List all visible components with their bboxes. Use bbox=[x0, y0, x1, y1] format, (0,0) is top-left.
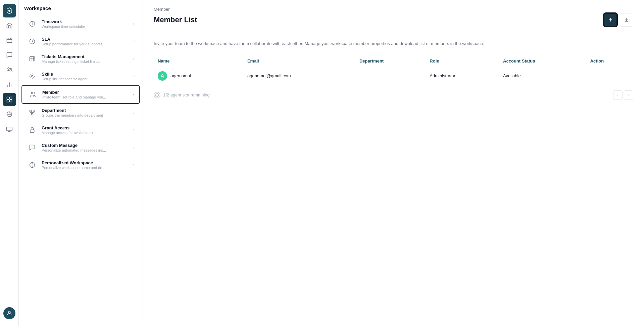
svg-rect-10 bbox=[7, 97, 9, 99]
sla-icon bbox=[27, 36, 38, 47]
custom-message-icon bbox=[27, 142, 38, 153]
agent-slot-text: 1/2 agent slot remaining bbox=[163, 92, 210, 97]
left-sidebar: Workspace Timework Workspace time schedu… bbox=[19, 0, 143, 326]
cell-action: ··· bbox=[586, 67, 633, 85]
cell-name: agen omni bbox=[154, 67, 243, 85]
svg-point-6 bbox=[10, 68, 11, 70]
pagination-area: 1/2 agent slot remaining ‹ › bbox=[154, 85, 633, 105]
sidebar-item-skills[interactable]: Skills Setup skill for specific agent › bbox=[21, 68, 140, 85]
col-department: Department bbox=[355, 55, 426, 67]
cell-department bbox=[355, 67, 426, 85]
cell-email: agenomni@gmail.com bbox=[243, 67, 355, 85]
brand-logo[interactable] bbox=[3, 4, 16, 17]
col-account-status: Account Status bbox=[499, 55, 586, 67]
svg-rect-1 bbox=[7, 38, 12, 42]
icon-nav-bottom bbox=[3, 307, 15, 322]
svg-rect-19 bbox=[30, 56, 35, 61]
personalized-workspace-icon bbox=[27, 160, 38, 170]
nav-avatar-icon[interactable] bbox=[3, 307, 15, 319]
col-role: Role bbox=[426, 55, 499, 67]
svg-rect-23 bbox=[33, 110, 35, 112]
nav-devices-icon[interactable] bbox=[3, 122, 16, 136]
cell-account-status: Available bbox=[499, 67, 586, 85]
custom-message-chevron: › bbox=[133, 145, 135, 150]
nav-chat-icon[interactable] bbox=[3, 48, 16, 62]
svg-point-0 bbox=[8, 10, 10, 12]
tickets-icon bbox=[27, 53, 38, 64]
svg-rect-13 bbox=[9, 100, 12, 102]
grant-access-chevron: › bbox=[133, 128, 135, 132]
grant-access-icon bbox=[27, 125, 38, 135]
add-member-button[interactable]: + bbox=[604, 13, 617, 27]
svg-rect-12 bbox=[7, 100, 9, 102]
col-email: Email bbox=[243, 55, 355, 67]
svg-point-5 bbox=[8, 68, 9, 69]
icon-sidebar bbox=[0, 0, 19, 326]
action-dots-button[interactable]: ··· bbox=[590, 73, 597, 79]
avatar bbox=[158, 71, 167, 81]
personalized-workspace-chevron: › bbox=[133, 163, 135, 167]
sidebar-item-sla[interactable]: SLA Setup performance for your support t… bbox=[21, 33, 140, 50]
member-cell: agen omni bbox=[158, 71, 239, 81]
custom-message-text: Custom Message Personalize automated mes… bbox=[42, 143, 129, 152]
nav-contacts-icon[interactable] bbox=[3, 34, 16, 47]
timework-icon bbox=[27, 18, 38, 29]
member-table: Name Email Department Role Account Statu… bbox=[154, 55, 633, 85]
pagination-controls: ‹ › bbox=[613, 90, 633, 100]
icon-nav-top bbox=[3, 19, 16, 306]
personalized-workspace-text: Personalized Workspace Personalize works… bbox=[42, 160, 129, 170]
nav-global-icon[interactable] bbox=[3, 108, 16, 121]
sidebar-item-timework[interactable]: Timework Workspace time scheduler › bbox=[21, 15, 140, 33]
department-icon bbox=[27, 107, 38, 118]
tickets-text: Tickets Management Manage ticket setting… bbox=[42, 54, 129, 64]
member-text: Member Invite team, set role and manage … bbox=[42, 90, 129, 99]
svg-point-27 bbox=[162, 74, 163, 76]
sidebar-item-department[interactable]: Department Groups the members into depar… bbox=[21, 104, 140, 121]
svg-point-20 bbox=[32, 76, 33, 77]
nav-home-icon[interactable] bbox=[3, 19, 16, 32]
col-name: Name bbox=[154, 55, 243, 67]
sidebar-item-tickets[interactable]: Tickets Management Manage ticket setting… bbox=[21, 50, 140, 68]
svg-rect-11 bbox=[9, 97, 12, 99]
svg-point-21 bbox=[31, 92, 33, 94]
svg-rect-24 bbox=[32, 114, 33, 115]
sidebar-item-personalized-workspace[interactable]: Personalized Workspace Personalize works… bbox=[21, 156, 140, 174]
skills-icon bbox=[27, 71, 38, 82]
member-icon bbox=[28, 89, 38, 100]
content-description: Invite your team to the workspace and ha… bbox=[154, 40, 633, 47]
sidebar-item-custom-message[interactable]: Custom Message Personalize automated mes… bbox=[21, 139, 140, 156]
tickets-chevron: › bbox=[133, 56, 135, 61]
col-action: Action bbox=[586, 55, 633, 67]
breadcrumb: Member bbox=[154, 7, 633, 12]
cell-role: Administrator bbox=[426, 67, 499, 85]
nav-team-icon[interactable] bbox=[3, 63, 16, 77]
skills-text: Skills Setup skill for specific agent bbox=[42, 72, 129, 81]
timework-chevron: › bbox=[133, 22, 135, 26]
next-page-button[interactable]: › bbox=[624, 90, 633, 100]
timework-text: Timework Workspace time scheduler bbox=[42, 19, 129, 29]
nav-workspace-icon[interactable] bbox=[3, 93, 16, 106]
department-chevron: › bbox=[133, 110, 135, 115]
content-area: Invite your team to the workspace and ha… bbox=[143, 32, 644, 326]
sidebar-title: Workspace bbox=[19, 5, 143, 15]
department-text: Department Groups the members into depar… bbox=[42, 108, 129, 117]
page-header: Member Member List + bbox=[143, 0, 644, 32]
prev-page-button[interactable]: ‹ bbox=[613, 90, 623, 100]
agent-slot-info: 1/2 agent slot remaining bbox=[154, 92, 210, 98]
nav-reports-icon[interactable] bbox=[3, 78, 16, 91]
agent-slot-circle bbox=[154, 92, 160, 98]
table-actions: + bbox=[604, 13, 633, 32]
sidebar-item-grant-access[interactable]: Grant Access Manage access for available… bbox=[21, 121, 140, 139]
download-button[interactable] bbox=[620, 13, 633, 27]
skills-chevron: › bbox=[133, 74, 135, 79]
table-row: agen omni agenomni@gmail.com Administrat… bbox=[154, 67, 633, 85]
sidebar-item-member[interactable]: Member Invite team, set role and manage … bbox=[21, 85, 140, 104]
sla-text: SLA Setup performance for your support t… bbox=[42, 37, 129, 46]
page-title: Member List bbox=[154, 15, 197, 30]
main-content: Member Member List + Invite your team to… bbox=[143, 0, 644, 326]
grant-access-text: Grant Access Manage access for available… bbox=[42, 125, 129, 135]
member-chevron: › bbox=[133, 92, 134, 97]
svg-rect-25 bbox=[30, 130, 34, 132]
svg-rect-15 bbox=[6, 127, 12, 131]
sla-chevron: › bbox=[133, 39, 135, 44]
